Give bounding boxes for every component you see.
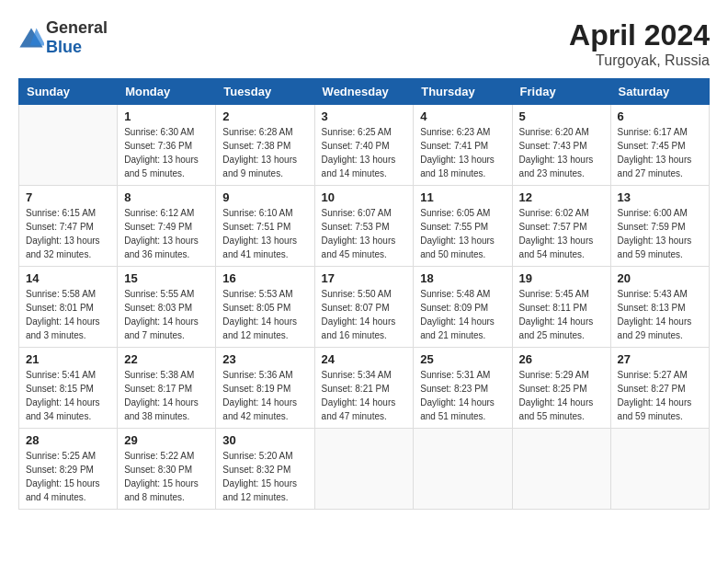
day-info: Sunrise: 5:55 AMSunset: 8:03 PMDaylight:… [124, 287, 209, 342]
logo-icon [18, 25, 44, 51]
day-number: 17 [322, 271, 407, 285]
day-number: 10 [322, 190, 407, 204]
month-year-title: April 2024 [569, 18, 710, 52]
calendar-day-cell: 18Sunrise: 5:48 AMSunset: 8:09 PMDayligh… [414, 267, 512, 348]
calendar-week-row: 28Sunrise: 5:25 AMSunset: 8:29 PMDayligh… [19, 429, 710, 510]
day-number: 8 [124, 190, 209, 204]
day-number: 11 [420, 190, 505, 204]
calendar-day-cell: 19Sunrise: 5:45 AMSunset: 8:11 PMDayligh… [512, 267, 610, 348]
calendar-day-cell [414, 429, 512, 510]
calendar-day-cell: 20Sunrise: 5:43 AMSunset: 8:13 PMDayligh… [610, 267, 709, 348]
day-info: Sunrise: 5:50 AMSunset: 8:07 PMDaylight:… [322, 287, 407, 342]
calendar-header-row: SundayMondayTuesdayWednesdayThursdayFrid… [19, 79, 710, 105]
day-number: 29 [124, 433, 209, 447]
calendar-day-cell: 17Sunrise: 5:50 AMSunset: 8:07 PMDayligh… [314, 267, 414, 348]
day-info: Sunrise: 6:28 AMSunset: 7:38 PMDaylight:… [222, 125, 307, 180]
calendar-day-cell: 6Sunrise: 6:17 AMSunset: 7:45 PMDaylight… [610, 105, 709, 186]
day-number: 26 [519, 352, 604, 366]
calendar-day-cell: 28Sunrise: 5:25 AMSunset: 8:29 PMDayligh… [19, 429, 118, 510]
calendar-week-row: 7Sunrise: 6:15 AMSunset: 7:47 PMDaylight… [19, 186, 710, 267]
title-block: April 2024 Turgoyak, Russia [569, 18, 710, 69]
calendar-day-cell: 22Sunrise: 5:38 AMSunset: 8:17 PMDayligh… [118, 348, 216, 429]
logo: General Blue [18, 18, 108, 57]
logo-general-text: General [46, 18, 108, 37]
calendar-day-cell: 10Sunrise: 6:07 AMSunset: 7:53 PMDayligh… [314, 186, 414, 267]
day-number: 2 [222, 109, 307, 123]
calendar-day-cell [610, 429, 709, 510]
day-info: Sunrise: 5:45 AMSunset: 8:11 PMDaylight:… [519, 287, 604, 342]
day-info: Sunrise: 5:20 AMSunset: 8:32 PMDaylight:… [222, 449, 307, 504]
calendar-day-cell: 13Sunrise: 6:00 AMSunset: 7:59 PMDayligh… [610, 186, 709, 267]
calendar-day-cell: 5Sunrise: 6:20 AMSunset: 7:43 PMDaylight… [512, 105, 610, 186]
calendar-day-cell: 25Sunrise: 5:31 AMSunset: 8:23 PMDayligh… [414, 348, 512, 429]
calendar-day-cell: 7Sunrise: 6:15 AMSunset: 7:47 PMDaylight… [19, 186, 118, 267]
day-number: 12 [519, 190, 604, 204]
day-number: 7 [26, 190, 110, 204]
calendar-day-cell: 2Sunrise: 6:28 AMSunset: 7:38 PMDaylight… [216, 105, 314, 186]
calendar-day-cell: 11Sunrise: 6:05 AMSunset: 7:55 PMDayligh… [414, 186, 512, 267]
day-number: 5 [519, 109, 604, 123]
calendar-day-cell: 8Sunrise: 6:12 AMSunset: 7:49 PMDaylight… [118, 186, 216, 267]
day-of-week-header: Friday [512, 79, 610, 105]
day-info: Sunrise: 5:34 AMSunset: 8:21 PMDaylight:… [322, 368, 407, 423]
day-number: 16 [222, 271, 307, 285]
day-number: 9 [222, 190, 307, 204]
day-number: 25 [420, 352, 505, 366]
day-info: Sunrise: 6:25 AMSunset: 7:40 PMDaylight:… [322, 125, 407, 180]
day-of-week-header: Sunday [19, 79, 118, 105]
calendar-day-cell [512, 429, 610, 510]
page-header: General Blue April 2024 Turgoyak, Russia [18, 18, 710, 69]
calendar-day-cell: 1Sunrise: 6:30 AMSunset: 7:36 PMDaylight… [118, 105, 216, 186]
day-number: 1 [124, 109, 209, 123]
day-info: Sunrise: 5:43 AMSunset: 8:13 PMDaylight:… [618, 287, 702, 342]
calendar-day-cell: 3Sunrise: 6:25 AMSunset: 7:40 PMDaylight… [314, 105, 414, 186]
calendar-day-cell: 9Sunrise: 6:10 AMSunset: 7:51 PMDaylight… [216, 186, 314, 267]
day-number: 3 [322, 109, 407, 123]
day-info: Sunrise: 5:25 AMSunset: 8:29 PMDaylight:… [26, 449, 110, 504]
calendar-day-cell: 24Sunrise: 5:34 AMSunset: 8:21 PMDayligh… [314, 348, 414, 429]
day-info: Sunrise: 5:41 AMSunset: 8:15 PMDaylight:… [26, 368, 110, 423]
day-info: Sunrise: 6:30 AMSunset: 7:36 PMDaylight:… [124, 125, 209, 180]
day-info: Sunrise: 6:10 AMSunset: 7:51 PMDaylight:… [222, 206, 307, 261]
day-info: Sunrise: 6:15 AMSunset: 7:47 PMDaylight:… [26, 206, 110, 261]
day-info: Sunrise: 6:05 AMSunset: 7:55 PMDaylight:… [420, 206, 505, 261]
calendar-week-row: 14Sunrise: 5:58 AMSunset: 8:01 PMDayligh… [19, 267, 710, 348]
day-of-week-header: Tuesday [216, 79, 314, 105]
day-info: Sunrise: 5:29 AMSunset: 8:25 PMDaylight:… [519, 368, 604, 423]
day-number: 4 [420, 109, 505, 123]
day-info: Sunrise: 5:53 AMSunset: 8:05 PMDaylight:… [222, 287, 307, 342]
day-info: Sunrise: 6:07 AMSunset: 7:53 PMDaylight:… [322, 206, 407, 261]
day-of-week-header: Saturday [610, 79, 709, 105]
calendar-day-cell: 16Sunrise: 5:53 AMSunset: 8:05 PMDayligh… [216, 267, 314, 348]
calendar-week-row: 21Sunrise: 5:41 AMSunset: 8:15 PMDayligh… [19, 348, 710, 429]
day-info: Sunrise: 6:12 AMSunset: 7:49 PMDaylight:… [124, 206, 209, 261]
day-of-week-header: Monday [118, 79, 216, 105]
day-info: Sunrise: 6:17 AMSunset: 7:45 PMDaylight:… [618, 125, 702, 180]
calendar-day-cell: 14Sunrise: 5:58 AMSunset: 8:01 PMDayligh… [19, 267, 118, 348]
calendar-day-cell: 29Sunrise: 5:22 AMSunset: 8:30 PMDayligh… [118, 429, 216, 510]
calendar-day-cell: 30Sunrise: 5:20 AMSunset: 8:32 PMDayligh… [216, 429, 314, 510]
day-number: 23 [222, 352, 307, 366]
day-number: 21 [26, 352, 110, 366]
day-info: Sunrise: 5:22 AMSunset: 8:30 PMDaylight:… [124, 449, 209, 504]
day-number: 6 [618, 109, 702, 123]
calendar-day-cell [19, 105, 118, 186]
calendar-day-cell: 15Sunrise: 5:55 AMSunset: 8:03 PMDayligh… [118, 267, 216, 348]
day-info: Sunrise: 5:27 AMSunset: 8:27 PMDaylight:… [618, 368, 702, 423]
calendar-table: SundayMondayTuesdayWednesdayThursdayFrid… [18, 78, 710, 510]
day-of-week-header: Wednesday [314, 79, 414, 105]
day-number: 24 [322, 352, 407, 366]
calendar-day-cell: 26Sunrise: 5:29 AMSunset: 8:25 PMDayligh… [512, 348, 610, 429]
day-number: 27 [618, 352, 702, 366]
day-number: 20 [618, 271, 702, 285]
day-info: Sunrise: 6:02 AMSunset: 7:57 PMDaylight:… [519, 206, 604, 261]
day-number: 30 [222, 433, 307, 447]
day-info: Sunrise: 6:23 AMSunset: 7:41 PMDaylight:… [420, 125, 505, 180]
calendar-day-cell: 27Sunrise: 5:27 AMSunset: 8:27 PMDayligh… [610, 348, 709, 429]
day-of-week-header: Thursday [414, 79, 512, 105]
day-number: 22 [124, 352, 209, 366]
calendar-day-cell: 23Sunrise: 5:36 AMSunset: 8:19 PMDayligh… [216, 348, 314, 429]
day-number: 28 [26, 433, 110, 447]
day-info: Sunrise: 5:36 AMSunset: 8:19 PMDaylight:… [222, 368, 307, 423]
day-info: Sunrise: 5:58 AMSunset: 8:01 PMDaylight:… [26, 287, 110, 342]
